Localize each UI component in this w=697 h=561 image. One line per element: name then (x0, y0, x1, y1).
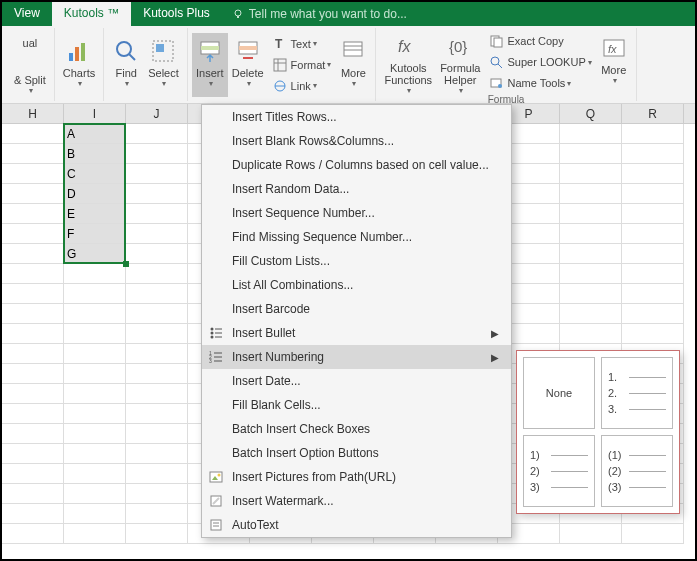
col-header[interactable]: I (64, 104, 126, 123)
cell[interactable]: A (64, 124, 126, 144)
svg-rect-45 (210, 472, 222, 482)
svg-rect-12 (239, 46, 257, 50)
menu-duplicate-rows-columns[interactable]: Duplicate Rows / Columns based on cell v… (202, 153, 511, 177)
bulb-icon (232, 8, 244, 20)
svg-rect-2 (69, 53, 73, 61)
cell[interactable]: F (64, 224, 126, 244)
menu-fill-blank-cells[interactable]: Fill Blank Cells... (202, 393, 511, 417)
link-icon (272, 78, 288, 94)
svg-point-35 (211, 332, 214, 335)
numbering-option-paren[interactable]: 1) 2) 3) (523, 435, 595, 507)
format-button[interactable]: Format▾ (268, 55, 336, 75)
tab-kutools[interactable]: Kutools ™ (52, 2, 131, 26)
link-button[interactable]: Link▾ (268, 76, 336, 96)
exact-copy-button[interactable]: Exact Copy (484, 31, 595, 51)
insert-dropdown: Insert Titles Rows... Insert Blank Rows&… (201, 104, 512, 538)
svg-rect-10 (201, 46, 219, 50)
more-button-2[interactable]: fx More▾ (596, 30, 632, 94)
svg-line-28 (498, 64, 502, 68)
menu-fill-custom-lists[interactable]: Fill Custom Lists... (202, 249, 511, 273)
col-header[interactable]: H (2, 104, 64, 123)
svg-rect-3 (75, 47, 79, 61)
menu-insert-numbering[interactable]: 123 Insert Numbering▶ (202, 345, 511, 369)
svg-rect-26 (494, 38, 502, 47)
svg-rect-15 (274, 59, 286, 71)
kutools-functions-button[interactable]: fx Kutools Functions▾ (380, 30, 436, 94)
cell[interactable]: E (64, 204, 126, 224)
menu-insert-sequence-number[interactable]: Insert Sequence Number... (202, 201, 511, 225)
text-button[interactable]: T Text▾ (268, 34, 336, 54)
insert-icon (196, 37, 224, 65)
svg-text:fx: fx (398, 38, 411, 55)
col-header[interactable]: J (126, 104, 188, 123)
more-button-1[interactable]: More▾ (335, 33, 371, 97)
svg-point-27 (491, 57, 499, 65)
super-lookup-button[interactable]: Super LOOKUP▾ (484, 52, 595, 72)
braces-icon: {0} (446, 34, 474, 60)
tell-me-label: Tell me what you want to do... (249, 7, 407, 21)
numbering-option-double-paren[interactable]: (1) (2) (3) (601, 435, 673, 507)
menu-find-missing-sequence[interactable]: Find Missing Sequence Number... (202, 225, 511, 249)
menu-insert-random-data[interactable]: Insert Random Data... (202, 177, 511, 201)
svg-point-30 (498, 84, 502, 88)
col-header[interactable]: R (622, 104, 684, 123)
delete-icon (234, 37, 262, 65)
menu-list-all-combinations[interactable]: List All Combinations... (202, 273, 511, 297)
menu-batch-insert-checkboxes[interactable]: Batch Insert Check Boxes (202, 417, 511, 441)
menu-insert-pictures-from-path[interactable]: Insert Pictures from Path(URL) (202, 465, 511, 489)
menu-insert-blank-rows-columns[interactable]: Insert Blank Rows&Columns... (202, 129, 511, 153)
svg-point-47 (218, 474, 221, 477)
name-tools-button[interactable]: Name Tools▾ (484, 73, 595, 93)
svg-rect-1 (237, 16, 239, 18)
selection-handle[interactable] (123, 261, 129, 267)
svg-line-6 (129, 54, 135, 60)
svg-text:fx: fx (608, 43, 617, 55)
tab-kutools-plus[interactable]: Kutools Plus (131, 2, 222, 26)
numbering-submenu: None 1. 2. 3. 1) 2) 3) (1) (2) (3) (516, 350, 680, 514)
watermark-icon (208, 493, 224, 509)
cell[interactable]: C (64, 164, 126, 184)
ual-button[interactable]: ual & Split▾ (10, 33, 50, 97)
svg-point-37 (211, 336, 214, 339)
menu-insert-barcode[interactable]: Insert Barcode (202, 297, 511, 321)
cell[interactable]: G (64, 244, 126, 264)
select-icon (149, 37, 177, 65)
menu-batch-insert-option-buttons[interactable]: Batch Insert Option Buttons (202, 441, 511, 465)
tab-view[interactable]: View (2, 2, 52, 26)
svg-point-33 (211, 328, 214, 331)
cell[interactable]: D (64, 184, 126, 204)
text-icon: T (272, 36, 288, 52)
numbered-list-icon: 123 (208, 349, 224, 365)
format-icon (272, 57, 288, 73)
menu-autotext[interactable]: AutoText (202, 513, 511, 537)
insert-button[interactable]: Insert▾ (192, 33, 228, 97)
lookup-icon (488, 54, 504, 70)
col-header[interactable]: Q (560, 104, 622, 123)
cell[interactable]: B (64, 144, 126, 164)
delete-button[interactable]: Delete▾ (228, 33, 268, 97)
select-button[interactable]: Select▾ (144, 33, 183, 97)
numbering-option-dot[interactable]: 1. 2. 3. (601, 357, 673, 429)
svg-rect-50 (211, 520, 221, 530)
fx-box-icon: fx (600, 34, 628, 62)
svg-point-5 (117, 42, 131, 56)
find-icon (112, 37, 140, 65)
svg-rect-8 (156, 44, 164, 52)
charts-button[interactable]: Charts▾ (59, 33, 99, 97)
menu-insert-bullet[interactable]: Insert Bullet▶ (202, 321, 511, 345)
menu-insert-watermark[interactable]: Insert Watermark... (202, 489, 511, 513)
svg-text:T: T (275, 37, 283, 51)
svg-text:3: 3 (209, 358, 212, 364)
find-button[interactable]: Find▾ (108, 33, 144, 97)
tell-me-search[interactable]: Tell me what you want to do... (222, 2, 417, 26)
charts-icon (65, 37, 93, 65)
menu-insert-titles-rows[interactable]: Insert Titles Rows... (202, 105, 511, 129)
name-icon (488, 75, 504, 91)
svg-rect-4 (81, 43, 85, 61)
autotext-icon (208, 517, 224, 533)
copy-icon (488, 33, 504, 49)
numbering-option-none[interactable]: None (523, 357, 595, 429)
svg-point-0 (235, 10, 241, 16)
formula-helper-button[interactable]: {0} Formula Helper▾ (436, 30, 484, 94)
menu-insert-date[interactable]: Insert Date... (202, 369, 511, 393)
